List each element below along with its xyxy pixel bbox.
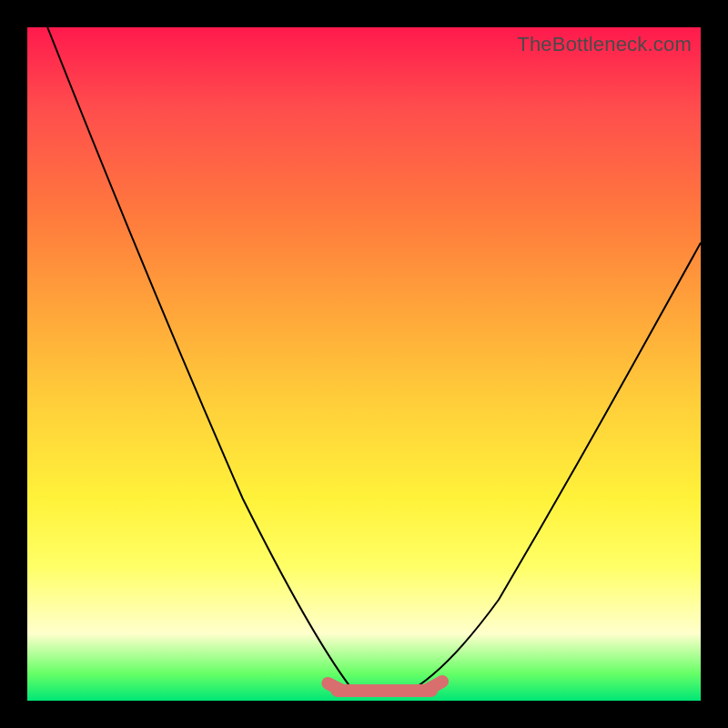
- flat-segment-right-bump: [426, 682, 442, 691]
- chart-area: TheBottleneck.com: [27, 27, 701, 701]
- curve-right-branch: [404, 243, 701, 694]
- bottleneck-plot: [27, 27, 701, 701]
- flat-segment-left-bump: [328, 683, 342, 691]
- watermark-text: TheBottleneck.com: [517, 33, 692, 56]
- curve-left-branch: [47, 27, 378, 694]
